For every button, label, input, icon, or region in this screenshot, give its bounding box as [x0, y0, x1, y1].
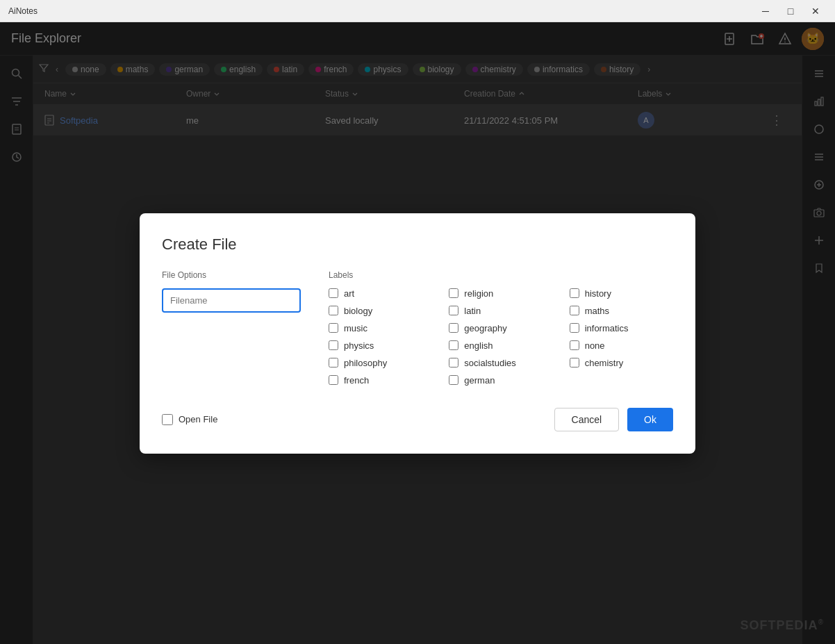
label-checkbox-text-socialstudies: socialstudies	[464, 358, 515, 368]
label-checkbox-text-geography: geography	[464, 323, 506, 333]
label-checkbox-text-biology: biology	[344, 306, 372, 316]
create-file-dialog: Create File File Options Labels artrelig…	[140, 213, 695, 454]
label-checkbox-item-art[interactable]: art	[329, 288, 432, 299]
label-checkbox-item-geography[interactable]: geography	[449, 323, 552, 333]
label-checkbox-item-physics[interactable]: physics	[329, 340, 432, 351]
label-checkbox-maths[interactable]	[570, 306, 579, 315]
label-checkbox-english[interactable]	[449, 340, 458, 350]
label-checkbox-philosophy[interactable]	[329, 358, 338, 368]
label-checkbox-biology[interactable]	[329, 306, 338, 315]
open-file-label: Open File	[179, 414, 217, 424]
label-checkbox-text-physics: physics	[344, 340, 374, 351]
label-checkbox-socialstudies[interactable]	[449, 358, 458, 368]
label-checkbox-text-history: history	[585, 288, 611, 299]
label-checkbox-text-maths: maths	[585, 306, 609, 316]
file-options-section: File Options	[162, 270, 301, 386]
dialog-footer: Open File Cancel Ok	[162, 408, 673, 431]
dialog-title: Create File	[162, 236, 673, 254]
label-checkbox-text-art: art	[344, 288, 354, 299]
label-checkbox-item-music[interactable]: music	[329, 323, 432, 333]
label-checkbox-item-chemistry[interactable]: chemistry	[570, 358, 673, 368]
label-checkbox-item-philosophy[interactable]: philosophy	[329, 358, 432, 368]
label-checkbox-text-german: german	[464, 375, 495, 386]
label-checkbox-text-informatics: informatics	[585, 323, 629, 333]
ok-button[interactable]: Ok	[627, 408, 673, 431]
maximize-button[interactable]: □	[779, 0, 802, 22]
labels-grid: artreligionhistorybiologylatinmathsmusic…	[329, 288, 673, 386]
minimize-button[interactable]: ─	[754, 0, 777, 22]
label-checkbox-text-french: french	[344, 375, 369, 386]
label-checkbox-text-religion: religion	[464, 288, 493, 299]
open-file-checkbox-label[interactable]: Open File	[162, 414, 217, 425]
label-checkbox-informatics[interactable]	[570, 323, 579, 333]
label-checkbox-chemistry[interactable]	[570, 358, 579, 368]
close-button[interactable]: ✕	[804, 0, 827, 22]
label-checkbox-geography[interactable]	[449, 323, 458, 333]
label-checkbox-latin[interactable]	[449, 306, 458, 315]
label-checkbox-text-english: english	[464, 340, 493, 351]
dialog-body: File Options Labels artreligionhistorybi…	[162, 270, 673, 386]
open-file-checkbox[interactable]	[162, 414, 173, 425]
app-name: AiNotes	[8, 6, 38, 16]
label-checkbox-item-english[interactable]: english	[449, 340, 552, 351]
filename-input[interactable]	[162, 288, 301, 313]
label-checkbox-item-religion[interactable]: religion	[449, 288, 552, 299]
label-checkbox-item-socialstudies[interactable]: socialstudies	[449, 358, 552, 368]
label-checkbox-item-informatics[interactable]: informatics	[570, 323, 673, 333]
label-checkbox-text-chemistry: chemistry	[585, 358, 624, 368]
modal-overlay: Create File File Options Labels artrelig…	[0, 22, 835, 644]
cancel-button[interactable]: Cancel	[554, 408, 620, 431]
labels-section-label: Labels	[329, 270, 673, 280]
label-checkbox-none[interactable]	[570, 340, 579, 350]
title-bar: AiNotes ─ □ ✕	[0, 0, 835, 22]
dialog-buttons: Cancel Ok	[554, 408, 673, 431]
file-options-label: File Options	[162, 270, 301, 280]
label-checkbox-item-maths[interactable]: maths	[570, 306, 673, 316]
label-checkbox-history[interactable]	[570, 288, 579, 298]
label-checkbox-item-history[interactable]: history	[570, 288, 673, 299]
label-checkbox-item-biology[interactable]: biology	[329, 306, 432, 316]
label-checkbox-religion[interactable]	[449, 288, 458, 298]
label-checkbox-german[interactable]	[449, 375, 458, 385]
label-checkbox-text-latin: latin	[464, 306, 481, 316]
label-checkbox-text-none: none	[585, 340, 605, 351]
label-checkbox-item-german[interactable]: german	[449, 375, 552, 386]
label-checkbox-item-latin[interactable]: latin	[449, 306, 552, 316]
label-checkbox-french[interactable]	[329, 375, 338, 385]
label-checkbox-physics[interactable]	[329, 340, 338, 350]
label-checkbox-art[interactable]	[329, 288, 338, 298]
label-checkbox-music[interactable]	[329, 323, 338, 333]
label-checkbox-item-french[interactable]: french	[329, 375, 432, 386]
label-checkbox-item-none[interactable]: none	[570, 340, 673, 351]
labels-section: Labels artreligionhistorybiologylatinmat…	[329, 270, 673, 386]
label-checkbox-text-philosophy: philosophy	[344, 358, 387, 368]
label-checkbox-text-music: music	[344, 323, 367, 333]
